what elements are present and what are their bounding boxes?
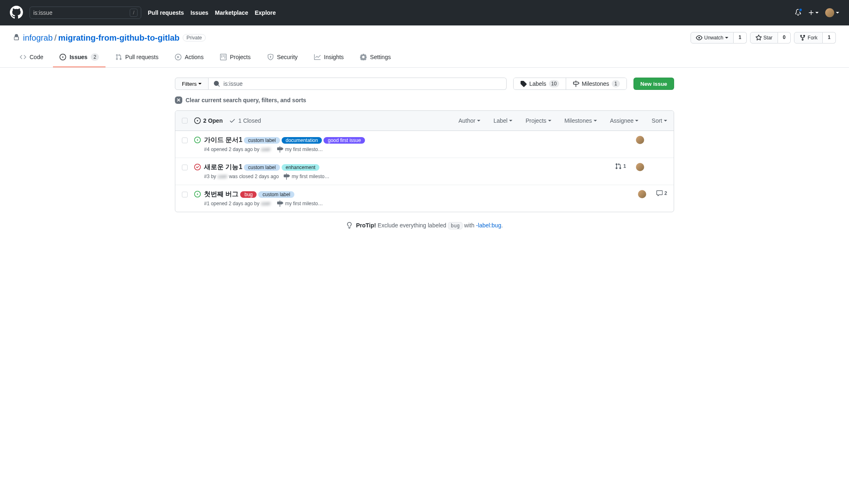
tab-security[interactable]: Security — [261, 50, 305, 67]
caret-down-icon — [635, 120, 638, 121]
filter-assignee[interactable]: Assignee — [610, 117, 639, 124]
labels-button[interactable]: Labels 10 — [514, 78, 566, 89]
issue-closed-icon — [194, 164, 201, 180]
issue-open-icon — [194, 137, 201, 153]
issues-count-badge: 2 — [91, 53, 99, 61]
filter-sort[interactable]: Sort — [652, 117, 667, 124]
select-all-checkbox[interactable] — [182, 118, 188, 124]
fork-button[interactable]: Fork — [794, 32, 823, 44]
label-custom_label[interactable]: custom label — [258, 191, 294, 198]
comment-count[interactable]: 2 — [656, 190, 667, 197]
issue-row[interactable]: 가이드 문서1 custom label documentation good … — [175, 131, 674, 158]
filter-input-wrap[interactable] — [209, 78, 507, 90]
caret-down-icon — [548, 120, 551, 121]
search-icon — [213, 80, 220, 87]
play-icon — [175, 54, 181, 60]
filter-milestones[interactable]: Milestones — [564, 117, 597, 124]
milestones-button[interactable]: Milestones 1 — [566, 78, 626, 89]
lock-icon — [13, 34, 20, 42]
milestone-icon — [277, 146, 283, 153]
create-new-dropdown[interactable] — [808, 9, 819, 16]
tab-pull-requests[interactable]: Pull requests — [109, 50, 165, 67]
issue-open-icon — [194, 191, 201, 207]
global-search-input[interactable] — [33, 9, 130, 16]
nav-pull-requests[interactable]: Pull requests — [148, 9, 184, 16]
caret-down-icon — [725, 37, 728, 39]
protip-link[interactable]: -label:bug — [476, 222, 501, 229]
repo-owner-link[interactable]: infograb — [23, 33, 53, 43]
label-custom_label[interactable]: custom label — [244, 164, 280, 171]
tab-insights[interactable]: Insights — [307, 50, 350, 67]
issue-checkbox[interactable] — [182, 192, 188, 197]
issue-title-link[interactable]: 첫번째 버그 — [204, 190, 239, 199]
issue-meta: #1 opened 2 days ago by user my first mi… — [204, 200, 608, 207]
label-enhancement[interactable]: enhancement — [282, 164, 320, 171]
tab-settings[interactable]: Settings — [353, 50, 397, 67]
star-count[interactable]: 0 — [778, 32, 791, 44]
notifications-button[interactable] — [795, 9, 801, 17]
caret-down-icon — [836, 12, 839, 14]
issue-title-link[interactable]: 가이드 문서1 — [204, 136, 242, 144]
protip-code: bug — [448, 222, 463, 229]
assignee-avatar[interactable] — [636, 163, 644, 171]
caret-down-icon — [477, 120, 480, 121]
watch-count[interactable]: 1 — [734, 32, 747, 44]
issue-title-link[interactable]: 새로운 기능1 — [204, 163, 242, 172]
issue-checkbox[interactable] — [182, 137, 188, 143]
linked-pr-count[interactable]: 1 — [615, 163, 626, 170]
milestone-link[interactable]: my first milesto… — [291, 174, 329, 179]
caret-down-icon — [664, 120, 667, 121]
global-nav: Pull requests Issues Marketplace Explore — [148, 9, 276, 16]
fork-count[interactable]: 1 — [823, 32, 836, 44]
repo-header: infograb / migrating-from-github-to-gitl… — [0, 25, 849, 68]
issue-opened-icon — [60, 54, 66, 60]
label-documentation[interactable]: documentation — [282, 137, 322, 144]
caret-down-icon — [594, 120, 597, 121]
code-icon — [20, 54, 26, 60]
assignee-avatar[interactable] — [638, 190, 646, 198]
unwatch-button[interactable]: Unwatch — [691, 32, 734, 44]
nav-explore[interactable]: Explore — [255, 9, 275, 16]
milestones-count: 1 — [612, 80, 620, 87]
clear-filters[interactable]: ✕ Clear current search query, filters, a… — [175, 96, 674, 104]
issue-checkbox[interactable] — [182, 165, 188, 170]
nav-issues[interactable]: Issues — [190, 9, 209, 16]
tab-actions[interactable]: Actions — [168, 50, 210, 67]
new-issue-button[interactable]: New issue — [633, 78, 674, 90]
filter-input[interactable] — [220, 78, 501, 89]
star-button[interactable]: Star — [750, 32, 778, 44]
issue-row[interactable]: 첫번째 버그 bug custom label #1 opened 2 days… — [175, 185, 674, 212]
github-logo[interactable] — [10, 6, 23, 20]
closed-issues-link[interactable]: 1 Closed — [229, 117, 261, 124]
check-icon — [229, 117, 236, 124]
global-search[interactable]: / — [30, 7, 141, 19]
visibility-badge: Private — [183, 34, 205, 41]
tab-projects[interactable]: Projects — [213, 50, 257, 67]
labels-milestones-group: Labels 10 Milestones 1 — [513, 78, 627, 90]
tab-code[interactable]: Code — [13, 50, 50, 67]
label-bug[interactable]: bug — [240, 191, 257, 198]
filters-dropdown[interactable]: Filters — [175, 78, 209, 90]
filter-label[interactable]: Label — [493, 117, 512, 124]
user-menu[interactable] — [825, 8, 839, 17]
filter-author[interactable]: Author — [459, 117, 480, 124]
filter-projects[interactable]: Projects — [525, 117, 551, 124]
graph-icon — [314, 54, 321, 60]
label-good_first_issue[interactable]: good first issue — [324, 137, 365, 144]
milestone-link[interactable]: my first milesto… — [285, 201, 323, 206]
caret-down-icon — [509, 120, 512, 121]
repo-name-link[interactable]: migrating-from-github-to-gitlab — [58, 33, 180, 43]
label-custom_label[interactable]: custom label — [244, 137, 280, 144]
tab-issues[interactable]: Issues 2 — [53, 50, 106, 67]
nav-marketplace[interactable]: Marketplace — [215, 9, 248, 16]
milestone-link[interactable]: my first milesto… — [285, 147, 323, 152]
assignee-avatar[interactable] — [636, 136, 644, 144]
issue-opened-icon — [194, 117, 201, 124]
star-icon — [755, 34, 762, 41]
protip: ProTip! Exclude everything labeled bug w… — [175, 222, 674, 229]
open-issues-link[interactable]: 2 Open — [194, 117, 223, 124]
issue-row[interactable]: 새로운 기능1 custom label enhancement #3 by u… — [175, 158, 674, 185]
milestone-icon — [277, 200, 283, 207]
filter-box: Filters — [175, 78, 507, 90]
close-icon: ✕ — [175, 96, 182, 104]
